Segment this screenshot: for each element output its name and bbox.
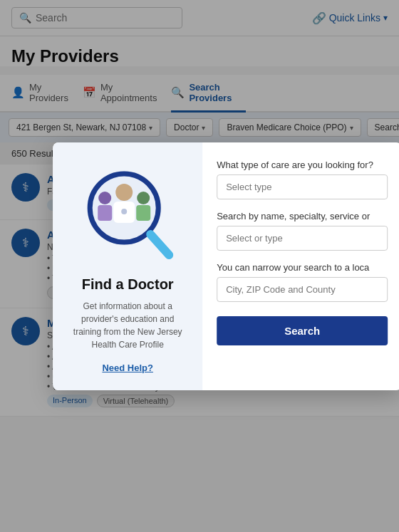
find-doctor-modal: Find a Doctor Get information about a pr…: [53, 142, 399, 390]
care-type-label: What type of care are you looking for?: [217, 160, 388, 170]
svg-rect-8: [98, 205, 112, 221]
svg-point-4: [115, 184, 133, 201]
location-label: You can narrow your search to a loca: [217, 262, 388, 273]
modal-description: Get information about a provider's educa…: [67, 300, 188, 351]
name-search-input[interactable]: [217, 226, 388, 251]
name-search-label: Search by name, specialty, service or: [217, 211, 388, 221]
search-button[interactable]: Search: [217, 316, 388, 345]
modal-title: Find a Doctor: [82, 276, 174, 293]
name-search-group: Search by name, specialty, service or: [217, 211, 388, 251]
svg-rect-10: [136, 205, 150, 221]
doctor-illustration: [78, 164, 177, 264]
need-help-link[interactable]: Need Help?: [102, 363, 153, 373]
modal-right-panel: What type of care are you looking for? S…: [202, 142, 399, 390]
svg-point-7: [98, 192, 111, 204]
svg-point-9: [137, 192, 150, 204]
location-input[interactable]: [217, 277, 388, 302]
modal-left-panel: Find a Doctor Get information about a pr…: [53, 142, 202, 390]
svg-point-6: [121, 209, 127, 214]
care-type-input[interactable]: [217, 174, 388, 199]
location-group: You can narrow your search to a loca: [217, 262, 388, 302]
svg-line-3: [150, 234, 169, 255]
care-type-group: What type of care are you looking for?: [217, 160, 388, 199]
